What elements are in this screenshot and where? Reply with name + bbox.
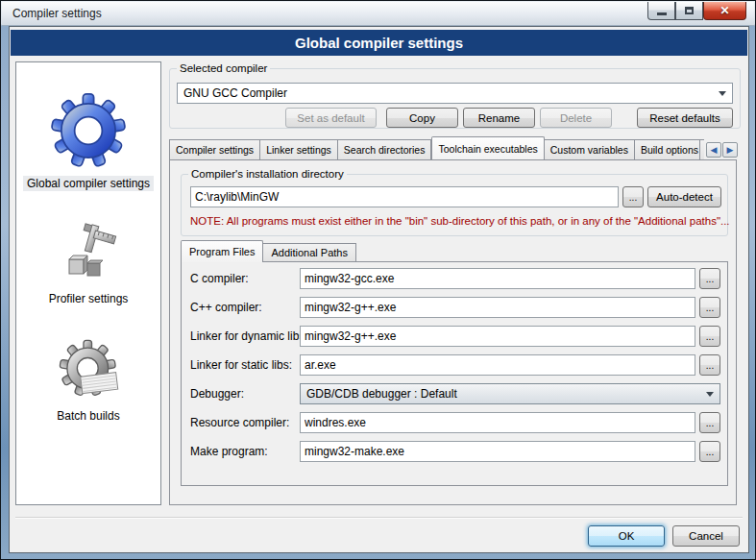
sidebar-item-label: Batch builds	[53, 408, 123, 424]
cpp-compiler-input[interactable]	[300, 297, 695, 318]
maximize-button[interactable]	[675, 2, 703, 20]
rename-button[interactable]: Rename	[463, 108, 535, 128]
tab-scroll-left-button[interactable]: ◀	[706, 142, 721, 158]
resource-compiler-browse-button[interactable]: ...	[699, 412, 720, 433]
sidebar-item-global-compiler-settings[interactable]: Global compiler settings	[16, 91, 160, 191]
make-program-label: Make program:	[190, 445, 268, 458]
tab-compiler-settings[interactable]: Compiler settings	[169, 139, 260, 159]
batch-builds-gear-icon	[57, 339, 120, 401]
page-title: Global compiler settings	[295, 35, 463, 51]
sidebar-item-batch-builds[interactable]: Batch builds	[16, 339, 160, 424]
sidebar-item-label: Profiler settings	[45, 291, 133, 306]
title-bar: Compiler settings ✕	[2, 2, 754, 26]
close-button[interactable]: ✕	[703, 2, 746, 20]
install-directory-group-label: Compiler's installation directory	[188, 168, 347, 180]
c-compiler-input[interactable]	[300, 268, 695, 289]
tab-build-options[interactable]: Build options	[635, 139, 699, 159]
sidebar-item-label: Global compiler settings	[23, 176, 154, 191]
settings-category-sidebar: Global compiler settings	[15, 61, 161, 505]
delete-button: Delete	[540, 108, 612, 128]
dialog-client-area: Global compiler settings	[9, 26, 749, 553]
subtab-additional-paths[interactable]: Additional Paths	[263, 243, 356, 261]
set-as-default-button: Set as default	[285, 108, 377, 128]
profiler-caliper-icon	[58, 222, 119, 281]
tab-search-directories[interactable]: Search directories	[338, 139, 432, 159]
c-compiler-label: C compiler:	[190, 272, 249, 285]
ok-button[interactable]: OK	[588, 525, 665, 547]
arrow-left-icon: ◀	[711, 145, 718, 155]
cancel-button[interactable]: Cancel	[672, 525, 740, 547]
tab-toolchain-executables[interactable]: Toolchain executables	[431, 136, 544, 159]
c-compiler-browse-button[interactable]: ...	[699, 268, 720, 289]
cpp-compiler-label: C++ compiler:	[190, 301, 262, 314]
tab-custom-variables[interactable]: Custom variables	[545, 139, 635, 159]
install-directory-input[interactable]	[190, 186, 619, 207]
subtab-program-files[interactable]: Program Files	[181, 240, 263, 262]
static-linker-label: Linker for static libs:	[190, 358, 292, 372]
window-title: Compiler settings	[12, 7, 102, 20]
dropdown-arrow-icon	[719, 91, 726, 96]
minimize-button[interactable]	[647, 2, 675, 20]
page-title-banner: Global compiler settings	[11, 30, 747, 56]
make-program-input[interactable]	[300, 441, 695, 462]
cpp-compiler-browse-button[interactable]: ...	[699, 297, 720, 318]
settings-tab-strip: Compiler settings Linker settings Search…	[169, 135, 699, 159]
install-directory-note: NOTE: All programs must exist either in …	[190, 215, 730, 227]
compiler-settings-window: Compiler settings ✕ Global compiler sett…	[0, 0, 756, 560]
install-directory-browse-button[interactable]: ...	[622, 186, 644, 207]
sidebar-item-profiler-settings[interactable]: Profiler settings	[16, 222, 160, 306]
resource-compiler-label: Resource compiler:	[190, 416, 289, 429]
compiler-gear-icon	[50, 91, 127, 170]
arrow-right-icon: ▶	[727, 145, 734, 155]
dropdown-arrow-icon	[706, 392, 714, 397]
dynamic-linker-input[interactable]	[300, 326, 695, 347]
dynamic-linker-label: Linker for dynamic libs:	[190, 329, 308, 343]
minimize-icon	[657, 12, 667, 15]
tab-scroll-right-button[interactable]: ▶	[722, 142, 738, 158]
dynamic-linker-browse-button[interactable]: ...	[699, 326, 720, 347]
debugger-select[interactable]: GDB/CDB debugger : Default	[300, 383, 720, 404]
reset-defaults-button[interactable]: Reset defaults	[637, 108, 733, 128]
static-linker-input[interactable]	[300, 354, 695, 376]
make-program-browse-button[interactable]: ...	[699, 441, 720, 462]
maximize-icon	[685, 7, 694, 14]
footer-divider	[15, 517, 743, 519]
close-icon: ✕	[719, 4, 729, 17]
selected-compiler-group-label: Selected compiler	[177, 62, 270, 74]
tab-partial[interactable]	[699, 139, 704, 159]
copy-button[interactable]: Copy	[386, 108, 458, 128]
resource-compiler-input[interactable]	[300, 412, 695, 433]
debugger-select-value: GDB/CDB debugger : Default	[306, 387, 700, 401]
tab-linker-settings[interactable]: Linker settings	[260, 139, 338, 159]
debugger-label: Debugger:	[190, 387, 244, 401]
compiler-select-value: GNU GCC Compiler	[183, 86, 713, 100]
compiler-select[interactable]: GNU GCC Compiler	[177, 83, 733, 104]
program-files-tab-strip: Program Files Additional Paths	[181, 239, 356, 261]
static-linker-browse-button[interactable]: ...	[699, 354, 720, 376]
auto-detect-button[interactable]: Auto-detect	[647, 186, 721, 207]
